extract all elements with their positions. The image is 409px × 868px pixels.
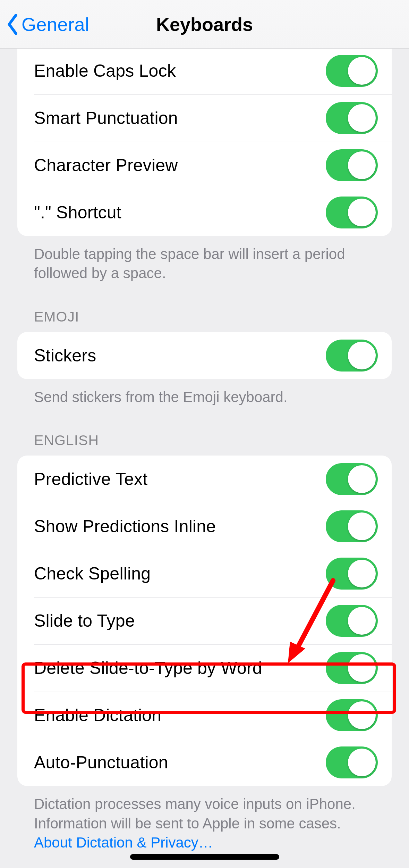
row-slide-to-type[interactable]: Slide to Type <box>17 597 392 644</box>
row-label: "." Shortcut <box>34 202 121 223</box>
toggle-predictive-text[interactable] <box>326 463 378 495</box>
row-stickers[interactable]: Stickers <box>17 332 392 379</box>
home-indicator[interactable] <box>130 854 279 860</box>
toggle-slide-to-type[interactable] <box>326 605 378 637</box>
row-label: Delete Slide-to-Type by Word <box>34 658 262 678</box>
settings-group-general: Enable Caps Lock Smart Punctuation Chara… <box>17 49 392 236</box>
row-label: Slide to Type <box>34 611 135 631</box>
group-footer: Double tapping the space bar will insert… <box>17 236 392 283</box>
settings-group-emoji: Stickers <box>17 332 392 379</box>
toggle-period-shortcut[interactable] <box>326 197 378 228</box>
navbar: General Keyboards <box>0 0 409 49</box>
toggle-auto-punctuation[interactable] <box>326 746 378 778</box>
back-label: General <box>22 14 90 35</box>
toggle-character-preview[interactable] <box>326 149 378 181</box>
back-button[interactable]: General <box>6 0 90 48</box>
group-footer: Send stickers from the Emoji keyboard. <box>17 379 392 407</box>
row-predictive-text[interactable]: Predictive Text <box>17 456 392 503</box>
settings-content: Enable Caps Lock Smart Punctuation Chara… <box>0 49 409 868</box>
row-label: Enable Caps Lock <box>34 61 176 81</box>
toggle-stickers[interactable] <box>326 340 378 372</box>
row-label: Check Spelling <box>34 564 151 584</box>
row-period-shortcut[interactable]: "." Shortcut <box>17 189 392 236</box>
row-smart-punctuation[interactable]: Smart Punctuation <box>17 94 392 142</box>
footer-text: Dictation processes many voice inputs on… <box>34 796 356 831</box>
row-enable-caps-lock[interactable]: Enable Caps Lock <box>17 49 392 94</box>
row-label: Character Preview <box>34 155 178 175</box>
row-character-preview[interactable]: Character Preview <box>17 142 392 189</box>
row-enable-dictation[interactable]: Enable Dictation <box>17 692 392 739</box>
row-label: Enable Dictation <box>34 705 161 725</box>
toggle-check-spelling[interactable] <box>326 558 378 590</box>
toggle-enable-dictation[interactable] <box>326 699 378 731</box>
section-header-emoji: EMOJI <box>17 283 392 332</box>
row-delete-slide-to-type-by-word[interactable]: Delete Slide-to-Type by Word <box>17 644 392 692</box>
about-dictation-privacy-link[interactable]: About Dictation & Privacy… <box>34 834 213 851</box>
row-label: Predictive Text <box>34 469 147 489</box>
row-label: Auto-Punctuation <box>34 752 168 773</box>
row-label: Smart Punctuation <box>34 108 178 128</box>
row-label: Show Predictions Inline <box>34 516 216 536</box>
section-header-english: ENGLISH <box>17 407 392 456</box>
group-footer-dictation: Dictation processes many voice inputs on… <box>17 786 392 852</box>
chevron-left-icon <box>6 14 19 35</box>
row-label: Stickers <box>34 345 96 366</box>
row-check-spelling[interactable]: Check Spelling <box>17 550 392 597</box>
row-auto-punctuation[interactable]: Auto-Punctuation <box>17 739 392 786</box>
toggle-show-predictions-inline[interactable] <box>326 510 378 542</box>
row-show-predictions-inline[interactable]: Show Predictions Inline <box>17 503 392 550</box>
toggle-smart-punctuation[interactable] <box>326 102 378 134</box>
toggle-delete-slide-to-type-by-word[interactable] <box>326 652 378 684</box>
toggle-enable-caps-lock[interactable] <box>326 55 378 87</box>
settings-group-english: Predictive Text Show Predictions Inline … <box>17 456 392 786</box>
